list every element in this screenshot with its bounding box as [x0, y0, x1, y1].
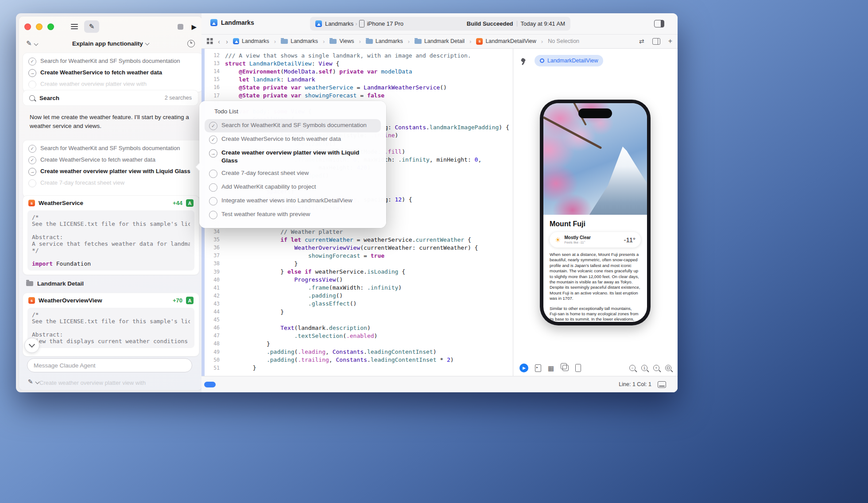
forward-chevron-icon[interactable]: ›: [225, 38, 229, 45]
todo-item-todo[interactable]: Integrate weather views into LandmarkDet…: [205, 194, 381, 208]
scheme-device[interactable]: iPhone 17 Pro: [367, 20, 403, 27]
line-number: 37: [205, 252, 225, 259]
todo-item-active[interactable]: →Create weather overview platter view wi…: [205, 147, 381, 166]
todo-item-done[interactable]: ✓Search for WeatherKit and SF Symbols do…: [25, 143, 201, 154]
code-line[interactable]: 38 }: [205, 259, 513, 267]
zoom-out-icon[interactable]: −: [629, 365, 636, 371]
todo-item-todo[interactable]: Add WeatherKit capability to project: [205, 181, 381, 194]
breadcrumb-separator: ›: [539, 38, 545, 45]
code-line[interactable]: 36 WeatherOverviewView(currentWeather: c…: [205, 244, 513, 252]
message-input[interactable]: [27, 358, 192, 372]
scheme-target[interactable]: Landmarks: [325, 20, 353, 27]
zoom-in-icon[interactable]: +: [653, 365, 659, 371]
code-line[interactable]: 45: [205, 316, 513, 324]
preview-variants-icon[interactable]: [535, 364, 541, 372]
code-line[interactable]: 12/// A view that shows a single landmar…: [205, 51, 513, 59]
code-line[interactable]: 13struct LandmarkDetailView: View {: [205, 59, 513, 67]
todo-item-todo[interactable]: Create 7-day forecast sheet view: [205, 167, 381, 180]
file-card-weatherservice[interactable]: WeatherService +44 A /*See the LICENSE.t…: [23, 195, 199, 275]
breadcrumb-item[interactable]: Landmarks: [281, 38, 318, 44]
code-line[interactable]: 37 showingForecast = true: [205, 252, 513, 259]
code-line[interactable]: 14 @Environment(ModelData.self) private …: [205, 67, 513, 75]
landmark-description-p2: Similar to other exceptionally tall moun…: [550, 306, 641, 322]
build-activity[interactable]: Build Succeeded Today at 9:41 AM: [467, 20, 565, 27]
color-variants-icon[interactable]: [562, 365, 569, 371]
swap-editor-icon[interactable]: ⇄: [639, 38, 644, 44]
code-line[interactable]: 46 Text(landmark.description): [205, 324, 513, 332]
chevron-down-icon: [145, 41, 149, 45]
code-line[interactable]: 48 }: [205, 340, 513, 348]
live-preview-button[interactable]: ▶: [519, 364, 528, 372]
related-items-icon[interactable]: [207, 38, 213, 44]
code-line[interactable]: 49 .padding(.leading, Constants.leadingC…: [205, 348, 513, 356]
todo-item-done[interactable]: ✓Search for WeatherKit and SF Symbols do…: [25, 55, 201, 67]
todo-item-active[interactable]: →Create WeatherService to fetch weather …: [25, 67, 201, 78]
todo-summary-card[interactable]: ✓Search for WeatherKit and SF Symbols do…: [23, 53, 202, 92]
zoom-button[interactable]: [47, 23, 54, 30]
todo-item-done[interactable]: ✓Create WeatherService to fetch weather …: [25, 154, 201, 166]
code-line[interactable]: 44 }: [205, 308, 513, 316]
back-chevron-icon[interactable]: ‹: [217, 38, 221, 45]
todo-item-done[interactable]: ✓Search for WeatherKit and SF Symbols do…: [205, 119, 381, 132]
stop-button[interactable]: [178, 24, 183, 30]
input-options-icon[interactable]: ✎: [28, 378, 33, 385]
titlebar: Landmarks Landmarks › iPhone 17 Pro Buil…: [202, 13, 678, 35]
section-landmark-detail[interactable]: Landmark Detail: [26, 278, 84, 289]
claude-panel-header: ✎ ▶: [19, 20, 202, 33]
device-settings-icon[interactable]: [575, 364, 581, 372]
editor-layout-icon[interactable]: [652, 38, 660, 45]
code-line[interactable]: 17 @State private var showingForecast = …: [205, 91, 513, 99]
zoom-to-fit-icon[interactable]: [665, 365, 671, 371]
add-editor-icon[interactable]: +: [668, 38, 672, 45]
todo-item-todo[interactable]: Create weather overview platter view wit…: [25, 78, 201, 90]
todo-item-done[interactable]: ✓Create WeatherService to fetch weather …: [205, 133, 381, 146]
dynamic-island: [578, 108, 612, 118]
code-line[interactable]: 42 .padding(): [205, 292, 513, 300]
chevron-down-icon[interactable]: [35, 379, 39, 384]
todo-label: Create WeatherService to fetch weather d…: [221, 135, 341, 143]
zoom-actual-size-icon[interactable]: 1: [641, 365, 647, 371]
code-line[interactable]: 47 .textSelection(.enabled): [205, 332, 513, 340]
close-button[interactable]: [24, 23, 31, 30]
code-line[interactable]: 40 ProgressView(): [205, 276, 513, 284]
todo-item-active[interactable]: →Create weather overview platter view wi…: [25, 166, 201, 177]
todo-card[interactable]: ✓Search for WeatherKit and SF Symbols do…: [23, 140, 202, 197]
code-line[interactable]: 41 .frame(maxWidth: .infinity): [205, 284, 513, 292]
editor-display-icon[interactable]: [658, 381, 666, 388]
scheme-and-activity[interactable]: Landmarks › iPhone 17 Pro Build Succeede…: [310, 17, 570, 31]
weather-platter[interactable]: ☀ Mostly Clear Feels like -11° -11°: [550, 232, 641, 248]
run-agent-button[interactable]: ▶: [191, 23, 197, 30]
search-section[interactable]: Search 2 searches: [23, 90, 198, 106]
snippet-line: [32, 325, 190, 331]
breadcrumb-item[interactable]: LandmarkDetailView: [476, 38, 536, 45]
minimize-button[interactable]: [36, 23, 43, 30]
code-line[interactable]: 16 @State private var weatherService = L…: [205, 83, 513, 91]
breadcrumb-item[interactable]: Views: [329, 38, 354, 44]
grid-icon[interactable]: ▦: [548, 365, 554, 371]
toggle-right-sidebar-icon[interactable]: [654, 20, 664, 27]
conversation-title[interactable]: Explain app functionality: [19, 40, 202, 47]
scroll-to-bottom-button[interactable]: [24, 338, 39, 353]
new-conversation-button[interactable]: ✎: [84, 20, 99, 33]
code-line[interactable]: 51 }: [205, 364, 513, 372]
preview-ring-icon: [540, 58, 544, 63]
breadcrumb-item[interactable]: No Selection: [548, 38, 579, 44]
breadcrumb-item[interactable]: Landmarks: [233, 38, 269, 44]
cherry-blossoms: [543, 103, 647, 215]
code-line[interactable]: 15 let landmark: Landmark: [205, 75, 513, 83]
pin-icon[interactable]: [520, 58, 527, 65]
code-line[interactable]: 39 } else if weatherService.isLoading {: [205, 268, 513, 276]
breadcrumb-item[interactable]: Landmark Detail: [415, 38, 465, 44]
code-line[interactable]: 35 if let currentWeather = weatherServic…: [205, 236, 513, 244]
breadcrumb-item[interactable]: Landmarks: [366, 38, 403, 44]
code-line[interactable]: 34 // Weather platter: [205, 228, 513, 236]
file-card-weatheroverviewview[interactable]: WeatherOverviewView +70 A /*See the LICE…: [23, 293, 199, 356]
preview-target-pill[interactable]: LandmarkDetailView: [535, 55, 603, 66]
code-line[interactable]: 50 .padding(.trailing, Constants.leading…: [205, 356, 513, 364]
code-line[interactable]: 43 .glassEffect(): [205, 300, 513, 308]
todo-item-todo[interactable]: Create 7-day forecast sheet view: [25, 177, 201, 189]
history-list-icon[interactable]: [71, 24, 78, 29]
todo-item-todo[interactable]: Test weather feature with preview: [205, 208, 381, 221]
preview-screen[interactable]: Mount Fuji ☀ Mostly Clear Feels like -11…: [543, 103, 647, 322]
history-clock-icon[interactable]: [187, 40, 195, 47]
